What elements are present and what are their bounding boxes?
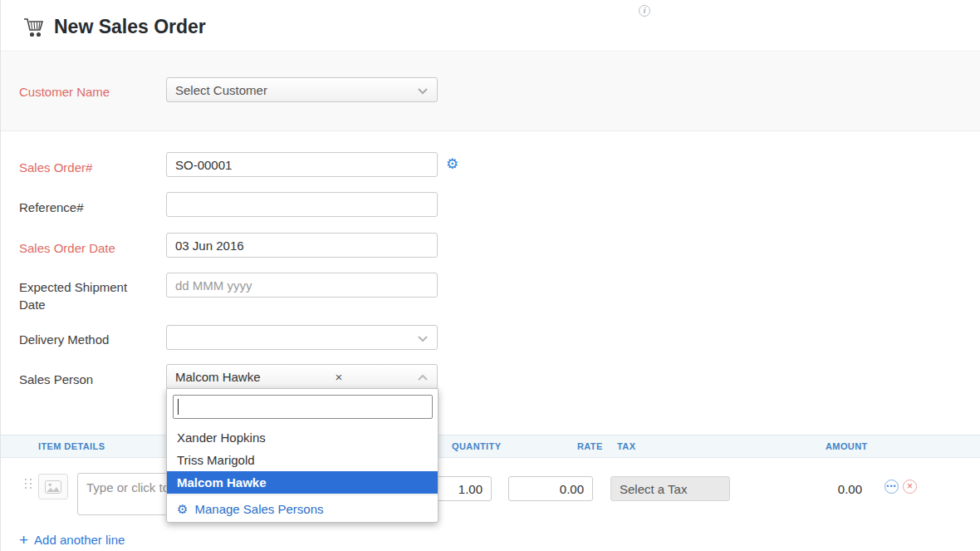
- sales-person-option[interactable]: Xander Hopkins: [167, 426, 438, 449]
- col-tax: TAX: [617, 441, 635, 451]
- expected-shipment-date-label: Expected Shipment Date: [19, 278, 135, 313]
- expected-shipment-date-input[interactable]: [166, 273, 438, 298]
- clear-icon[interactable]: ×: [335, 370, 342, 384]
- col-amount: AMOUNT: [826, 441, 868, 451]
- sales-person-option[interactable]: Triss Marigold: [167, 449, 438, 471]
- sales-person-label: Sales Person: [19, 371, 152, 388]
- sales-person-dropdown: Xander Hopkins Triss Marigold Malcom Haw…: [166, 388, 439, 523]
- new-sales-order-page: New Sales Order Customer Name Select Cus…: [0, 0, 980, 551]
- reference-input[interactable]: [166, 192, 438, 217]
- manage-sales-persons-label: Manage Sales Persons: [194, 502, 323, 516]
- add-line-button[interactable]: + Add another line: [19, 532, 125, 548]
- row-more-actions-icon[interactable]: •••: [884, 480, 899, 494]
- sales-order-no-input[interactable]: [166, 152, 438, 177]
- add-line-label: Add another line: [34, 533, 125, 547]
- sales-order-settings-gear-icon[interactable]: ⚙: [446, 157, 458, 171]
- page-header: New Sales Order: [1, 0, 980, 52]
- chevron-down-icon: [417, 83, 429, 97]
- customer-select[interactable]: Select Customer: [166, 77, 438, 102]
- sales-order-date-input[interactable]: [166, 233, 438, 258]
- sales-person-search-input[interactable]: [173, 395, 433, 419]
- tax-select[interactable]: Select a Tax: [610, 476, 730, 501]
- page-title: New Sales Order: [54, 16, 206, 38]
- sales-person-option-selected[interactable]: Malcom Hawke: [167, 471, 438, 494]
- reference-label: Reference#: [19, 199, 152, 216]
- col-quantity: QUANTITY: [452, 441, 501, 451]
- sales-order-date-label: Sales Order Date: [19, 239, 152, 257]
- rate-input[interactable]: [508, 476, 593, 501]
- row-delete-icon[interactable]: ×: [903, 480, 917, 494]
- item-table-header: ITEM DETAILS QUANTITY RATE TAX AMOUNT: [1, 435, 980, 458]
- customer-select-value: Select Customer: [175, 83, 267, 97]
- customer-name-label: Customer Name: [19, 83, 152, 101]
- plus-icon: +: [19, 532, 28, 548]
- col-rate: RATE: [577, 441, 603, 451]
- chevron-down-icon: [417, 331, 429, 345]
- delivery-method-select[interactable]: [166, 325, 438, 350]
- amount-value: 0.00: [838, 482, 862, 496]
- cart-icon: [23, 17, 45, 40]
- text-cursor: [178, 399, 179, 415]
- sales-person-select[interactable]: Malcom Hawke ×: [166, 364, 438, 389]
- gear-icon: ⚙: [177, 503, 188, 515]
- sales-order-no-label: Sales Order#: [19, 159, 152, 176]
- col-item-details: ITEM DETAILS: [38, 441, 105, 451]
- sales-person-value: Malcom Hawke: [175, 370, 261, 384]
- tax-info-icon[interactable]: i: [639, 5, 650, 17]
- drag-handle-icon[interactable]: [25, 479, 32, 489]
- tax-select-value: Select a Tax: [620, 482, 687, 496]
- item-image-placeholder-icon[interactable]: [38, 474, 68, 499]
- sales-person-options: Xander Hopkins Triss Marigold Malcom Haw…: [167, 426, 438, 494]
- chevron-up-icon: [417, 370, 429, 384]
- delivery-method-label: Delivery Method: [19, 331, 152, 348]
- manage-sales-persons-button[interactable]: ⚙ Manage Sales Persons: [167, 494, 438, 522]
